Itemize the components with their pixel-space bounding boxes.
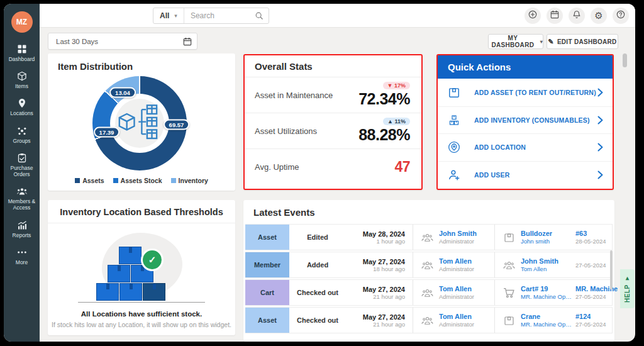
threshold-submessage: If stock hits low at any Location, it wi… [48,321,235,328]
user-add-icon [448,169,460,181]
people-icon [421,232,433,243]
event-type-chip: Cart [245,280,289,305]
event-type-chip: Member [245,252,289,277]
threshold-message: All Locations have sufficient stock. [48,310,235,318]
event-item-sub[interactable]: MR. Machine Operator... [521,293,573,300]
stat-value-group: ▲ 11%88.28% [358,118,410,144]
date-range-value: Last 30 Days [56,38,98,45]
event-item-cell: John SmithTom Allen [494,252,573,277]
event-date-value: May 27, 2024 [363,286,405,293]
event-actor-link[interactable]: Tom Allen [439,285,474,293]
date-range-filter[interactable]: Last 30 Days [48,33,197,50]
event-actor-link[interactable]: Tom Allen [439,257,474,265]
event-actor-role: Administrator [439,265,474,272]
donut-hole [110,94,169,153]
settings-button[interactable]: ⚙ [591,8,607,24]
help-tab-label: HELP [624,284,631,303]
inventory-stack-icon [448,114,460,126]
reports-icon [17,220,27,230]
event-actor-role: Administrator [439,293,474,300]
sidebar-item-items[interactable]: Items [4,71,40,89]
legend-item[interactable]: Assets Stock [113,177,162,184]
event-ref-date: 27-05-2024 [575,293,606,300]
page-scrollbar[interactable] [623,53,627,67]
stat-value-group: ▼ 17%72.34% [358,82,410,108]
help-icon [616,10,625,21]
more-icon [17,247,27,257]
donut-value-label: 17.39 [94,126,120,137]
event-date-ago: 21 hour ago [373,293,405,300]
search-input[interactable] [184,11,255,20]
event-ref-link[interactable]: #63 [575,230,587,237]
calendar-button[interactable] [547,8,563,24]
people-icon [503,260,515,271]
sidebar-item-locations[interactable]: Locations [4,98,40,116]
legend-item[interactable]: Assets [75,177,104,184]
help-tab[interactable]: HELP ▾ [620,269,635,308]
event-type-chip: Asset [245,225,289,250]
stat-value: 72.34% [358,90,410,108]
event-type-chip: Asset [245,308,289,333]
quick-action-add-user[interactable]: ADD USER [438,161,613,189]
stat-row: Asset Utilizations▲ 11%88.28% [245,113,421,149]
quick-action-add-location[interactable]: ADD LOCATION [438,133,613,161]
event-item-link[interactable]: John Smith [521,257,558,265]
event-ref-link[interactable]: #124 [575,313,591,320]
event-row: MemberAddedMay 27, 202418 hour agoTom Al… [245,252,613,278]
sidebar-item-purchase-orders[interactable]: Purchase Orders [4,153,40,177]
sidebar-item-dashboard[interactable]: Dashboard [4,44,40,62]
people-icon [421,287,433,298]
events-scrollbar[interactable] [610,250,613,289]
event-actor-cell: John SmithAdministrator [413,225,487,250]
sidebar-item-more[interactable]: More [4,247,40,265]
sidebar-item-members-access[interactable]: Members & Access [4,186,40,211]
event-item-cell: Cart# 19MR. Machine Operator... [494,280,573,305]
legend-item[interactable]: Inventory [171,177,208,184]
purchase-orders-icon [17,153,27,163]
event-actor-cell: Tom AllenAdministrator [413,280,487,305]
event-ref-date: 27-05-2024 [575,321,606,328]
sidebar-item-reports[interactable]: Reports [4,220,40,238]
event-item-link[interactable]: Bulldozer [521,230,552,237]
legend-swatch [75,178,80,183]
event-actor-link[interactable]: John Smith [439,230,477,237]
dashboard-icon [17,44,27,54]
chevron-right-icon [597,170,604,179]
search-icon[interactable] [255,11,264,20]
event-ref-cell: #12427-05-2024 [573,308,635,333]
event-item-sub[interactable]: John smith [521,238,552,245]
event-item-link[interactable]: Crane [521,313,573,320]
members-icon [17,186,27,196]
quick-actions-header: Quick Actions [438,55,613,79]
cube-hierarchy-icon [115,99,164,148]
baseline [78,302,205,303]
event-ref-cell: #6328-05-2024 [573,225,635,250]
add-button[interactable] [525,8,541,24]
chevron-right-icon [597,116,604,125]
people-icon [421,260,433,271]
event-item-sub[interactable]: MR. Machine Operator... [521,321,573,328]
avatar[interactable]: MZ [11,11,33,33]
notifications-button[interactable] [569,8,585,24]
edit-dashboard-button[interactable]: ✎ EDIT DASHBOARD [547,34,618,49]
calendar-icon [550,10,559,21]
help-button[interactable] [613,8,629,24]
quick-actions-widget: Quick Actions ADD ASSET (TO RENT OUT/RET… [436,54,614,190]
quick-action-add-asset-to-rent-out-return[interactable]: ADD ASSET (TO RENT OUT/RETURN) [438,79,613,106]
event-item-sub[interactable]: Tom Allen [521,265,558,272]
sidebar-item-groups[interactable]: Groups [4,126,40,144]
event-actor-link[interactable]: Tom Allen [439,313,474,320]
legend-label: Assets [82,177,104,184]
event-item-link[interactable]: Cart# 19 [521,285,573,293]
event-date: May 27, 202418 hour ago [346,252,405,277]
event-action: Checked out [289,280,346,305]
event-actor-cell: Tom AllenAdministrator [413,308,487,333]
search-scope-dropdown[interactable]: All ▾ [153,8,184,23]
box-icon [503,315,515,326]
my-dashboard-button[interactable]: MY DASHBOARD ▾ [488,34,543,49]
chevron-right-icon [597,143,604,152]
quick-action-add-inventory-consumables[interactable]: ADD INVENTORY (CONSUMABLES) [438,106,613,134]
event-action: Edited [289,225,346,250]
event-date-ago: 1 hour ago [377,238,405,245]
quick-action-label: ADD USER [474,171,509,179]
